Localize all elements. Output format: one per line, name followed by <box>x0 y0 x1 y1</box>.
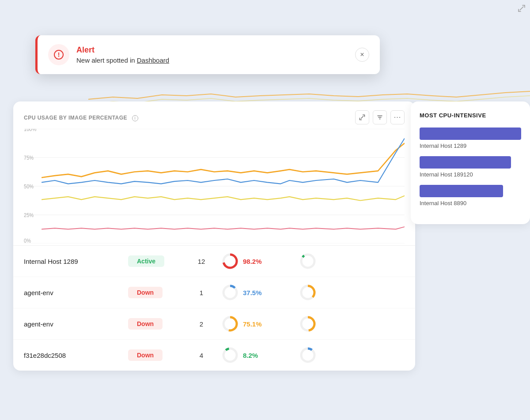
alert-link[interactable]: Dashboard <box>137 56 169 64</box>
table-row: agent-env Down 2 75.1% <box>13 308 415 340</box>
status-badge: Down <box>128 349 163 361</box>
cpu1-cell: 37.5% <box>222 284 292 301</box>
status-badge: Down <box>128 318 163 330</box>
cpu1-pct: 75.1% <box>243 320 262 328</box>
status-badge: Active <box>128 255 164 267</box>
alert-notification: ! Alert New alert spotted in Dashboard × <box>35 35 380 74</box>
bar-fill <box>420 128 521 140</box>
status-cell: Down <box>128 349 181 361</box>
cpu1-pct: 37.5% <box>243 289 262 296</box>
cpu1-donut <box>222 315 238 332</box>
data-table: Internal Host 1289 Active 12 98.2% <box>13 245 415 371</box>
host-name: agent-env <box>24 320 121 328</box>
host-name: f31e28dc2508 <box>24 352 121 359</box>
svg-text:25%: 25% <box>24 213 34 218</box>
svg-text:75%: 75% <box>24 155 34 161</box>
table-row: f31e28dc2508 Down 4 8.2% <box>13 340 415 371</box>
more-options-button[interactable]: ··· <box>390 110 405 124</box>
cpu1-donut <box>222 253 238 270</box>
svg-text:!: ! <box>58 51 60 58</box>
alert-icon-wrap: ! <box>48 44 69 65</box>
cpu2-cell <box>299 347 335 364</box>
cpu2-cell <box>299 284 335 301</box>
count-cell: 2 <box>188 320 215 328</box>
host-name: Internal Host 1289 <box>24 258 121 265</box>
chart-info-icon[interactable]: i <box>132 115 138 121</box>
status-cell: Down <box>128 287 181 298</box>
cpu2-cell <box>299 315 335 332</box>
cpu2-cell <box>299 253 335 270</box>
expand-icon[interactable] <box>518 4 526 14</box>
bar-label: Internal Host 1289 <box>420 142 521 149</box>
svg-point-26 <box>301 349 314 362</box>
right-panel-title: MOST CPU-INTENSIVE <box>420 112 521 119</box>
alert-title: Alert <box>76 45 355 55</box>
cpu2-donut <box>299 315 316 332</box>
alert-content: Alert New alert spotted in Dashboard <box>76 45 355 64</box>
bar-label: Internal Host 189120 <box>420 171 521 178</box>
status-cell: Down <box>128 318 181 330</box>
alert-icon: ! <box>53 49 64 60</box>
bar-item: Internal Host 189120 <box>420 156 521 178</box>
cpu1-donut <box>222 347 238 364</box>
status-badge: Down <box>128 287 163 298</box>
bar-fill <box>420 156 511 169</box>
count-cell: 4 <box>188 352 215 359</box>
cpu1-pct: 8.2% <box>243 352 258 359</box>
svg-text:0%: 0% <box>24 238 31 243</box>
svg-text:100%: 100% <box>24 129 36 132</box>
cpu2-donut <box>299 284 316 301</box>
cpu2-donut <box>299 347 316 364</box>
count-cell: 12 <box>188 258 215 265</box>
cpu1-cell: 8.2% <box>222 347 292 364</box>
bar-label: Internal Host 8890 <box>420 200 521 206</box>
chart-title: CPU USAGE BY IMAGE PERCENTAGE <box>24 115 127 121</box>
alert-close-button[interactable]: × <box>355 48 369 62</box>
chart-area: 100% 75% 50% 25% 0% <box>13 129 415 244</box>
chart-title-wrap: CPU USAGE BY IMAGE PERCENTAGE i <box>24 113 138 121</box>
alert-message: New alert spotted in Dashboard <box>76 56 355 64</box>
status-cell: Active <box>128 255 181 267</box>
table-row: Internal Host 1289 Active 12 98.2% <box>13 246 415 277</box>
cpu1-cell: 98.2% <box>222 253 292 270</box>
right-panel: MOST CPU-INTENSIVE Internal Host 1289 In… <box>411 101 530 224</box>
svg-point-24 <box>223 349 237 362</box>
expand-chart-button[interactable] <box>355 110 369 124</box>
cpu1-pct: 98.2% <box>243 258 262 265</box>
table-row: agent-env Down 1 37.5% <box>13 277 415 308</box>
filter-chart-button[interactable] <box>373 110 387 124</box>
chart-header: CPU USAGE BY IMAGE PERCENTAGE i ··· <box>13 101 415 129</box>
bar-item: Internal Host 8890 <box>420 185 521 206</box>
count-cell: 1 <box>188 289 215 296</box>
cpu1-cell: 75.1% <box>222 315 292 332</box>
chart-actions: ··· <box>355 110 405 124</box>
cpu1-donut <box>222 284 238 301</box>
cpu2-donut <box>299 253 316 270</box>
host-name: agent-env <box>24 289 121 296</box>
bar-fill <box>420 185 503 197</box>
svg-text:50%: 50% <box>24 184 34 189</box>
chart-panel: CPU USAGE BY IMAGE PERCENTAGE i ··· <box>13 101 415 371</box>
bar-item: Internal Host 1289 <box>420 128 521 149</box>
